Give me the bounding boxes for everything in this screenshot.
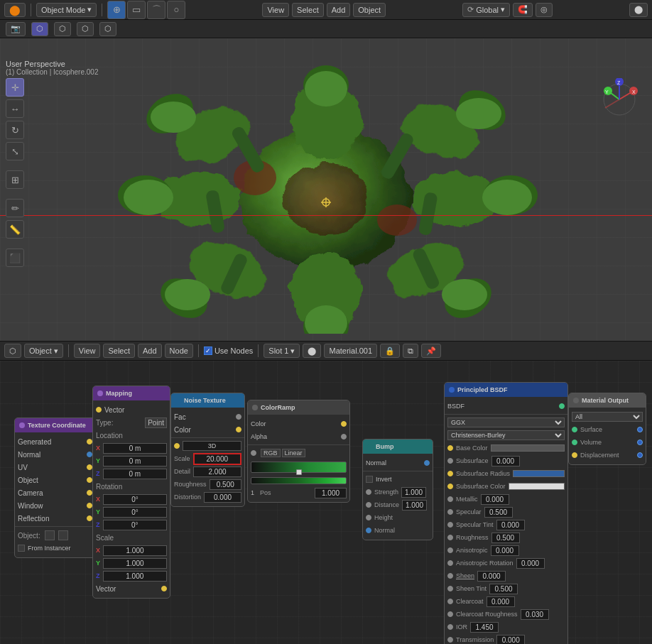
bump-normal-socket-in[interactable] (366, 528, 371, 533)
rot-x-value[interactable]: 0° (103, 494, 167, 505)
pbsdf-subsurface-radius-socket[interactable] (447, 471, 453, 476)
scale-tool[interactable]: ⤡ (6, 142, 24, 160)
material-name[interactable]: Material.001 (324, 344, 377, 358)
proportional-edit[interactable]: ◎ (536, 3, 553, 17)
cube-tool[interactable]: ⬛ (6, 249, 24, 267)
viewport-shading-material[interactable]: ⬡ (77, 22, 94, 36)
pbsdf-sheen-tint-value[interactable]: 0.500 (489, 584, 518, 594)
mode-selector[interactable]: Object Mode ▾ (36, 3, 97, 17)
pbsdf-aniso-rot-socket[interactable] (447, 560, 453, 566)
pbsdf-transmission-value[interactable]: 0.000 (496, 635, 525, 645)
bump-height-socket-in[interactable] (366, 515, 371, 520)
add-menu[interactable]: Add (327, 3, 351, 17)
color-ramp-marker[interactable] (296, 469, 302, 475)
scale-z-value[interactable]: 1.000 (103, 571, 168, 582)
noise-scale-value[interactable]: 20.000 (193, 453, 241, 465)
pbsdf-aniso-value[interactable]: 0.000 (491, 545, 519, 556)
noise-distortion-value[interactable]: 0.000 (204, 492, 241, 503)
cursor-tool-3d[interactable]: ✛ (6, 78, 24, 97)
node-principled-bsdf[interactable]: Principled BSDF BSDF GGX Christensen-Bur… (444, 382, 568, 644)
cr-pos-value[interactable]: 1.000 (315, 488, 347, 498)
cr-linear-btn[interactable]: Linear (282, 449, 305, 457)
transform-tool[interactable]: ⊞ (6, 170, 24, 189)
noise-color-socket[interactable] (236, 427, 241, 432)
pbsdf-sheen-value[interactable]: 0.000 (477, 571, 506, 582)
slot-selector[interactable]: Slot 1 ▾ (263, 344, 300, 358)
use-nodes-checkbox[interactable]: ✓ (204, 346, 212, 355)
lasso-tool[interactable]: ⌒ (147, 1, 165, 19)
pbsdf-base-color-socket[interactable] (447, 445, 453, 451)
node-texture-coordinate[interactable]: Texture Coordinate Generated Normal UV O… (14, 417, 96, 558)
view-menu[interactable]: View (262, 3, 289, 17)
uv-socket[interactable] (87, 464, 92, 470)
bump-distance-socket-in[interactable] (366, 502, 371, 508)
pbsdf-specular-value[interactable]: 0.500 (484, 507, 513, 518)
node-node-menu[interactable]: Node (165, 344, 193, 358)
blender-menu[interactable]: ⬤ (4, 3, 26, 17)
move-tool[interactable]: ↔ (6, 99, 24, 118)
noise-dim-value[interactable]: 3D (183, 441, 241, 451)
pbsdf-sheen-socket[interactable] (447, 573, 453, 579)
node-add-menu[interactable]: Add (138, 344, 162, 358)
viewport-shading[interactable]: ⬤ (629, 3, 648, 17)
viewport-shading-render[interactable]: ⬡ (99, 22, 116, 36)
pbsdf-subsurface-radius-bar[interactable] (513, 470, 565, 477)
cr-fac-socket[interactable] (251, 450, 256, 456)
pbsdf-sheen-tint-socket[interactable] (447, 586, 453, 591)
mapping-vector-in-socket[interactable] (96, 407, 102, 413)
node-material-output[interactable]: Material Output All Surface Volume (568, 393, 646, 465)
noise-vec-socket[interactable] (174, 443, 180, 449)
node-bump[interactable]: Bump Normal Invert Strength 1.000 (362, 439, 433, 540)
mat-out-target[interactable]: All (572, 412, 643, 422)
mat-out-displacement-socket[interactable] (572, 452, 577, 458)
pbsdf-subsurface-color-socket[interactable] (447, 484, 453, 489)
pbsdf-clearcoat-rough-socket[interactable] (447, 611, 453, 617)
noise-detail-value[interactable]: 2.000 (193, 466, 241, 477)
pbsdf-spec-tint-socket[interactable] (447, 522, 453, 528)
circle-tool[interactable]: ○ (167, 1, 185, 19)
noise-roughness-value[interactable]: 0.500 (210, 479, 241, 490)
viewport-shading-solid[interactable]: ⬡ (54, 22, 71, 36)
material-copy[interactable]: ⧉ (403, 344, 418, 358)
from-instancer-checkbox[interactable] (18, 545, 25, 552)
select-menu[interactable]: Select (292, 3, 324, 17)
pbsdf-clearcoat-value[interactable]: 0.000 (487, 596, 515, 607)
pbsdf-roughness-value[interactable]: 0.500 (491, 533, 520, 543)
material-pin[interactable]: 📌 (421, 344, 441, 358)
object-field-input[interactable] (45, 530, 55, 540)
node-view-menu[interactable]: View (74, 344, 101, 358)
viewport-gizmo[interactable]: X Y Z (598, 78, 641, 121)
noise-fac-socket[interactable] (236, 414, 241, 420)
node-noise-texture[interactable]: Noise Texture Fac Color 3D Scale (170, 393, 245, 507)
cr-color-socket[interactable] (341, 421, 347, 427)
pbsdf-spec-tint-value[interactable]: 0.000 (496, 520, 525, 530)
pbsdf-aniso-socket[interactable] (447, 547, 453, 553)
scale-x-value[interactable]: 1.000 (103, 545, 167, 556)
bump-distance-value[interactable]: 1.000 (402, 500, 427, 511)
pbsdf-roughness-socket[interactable] (447, 535, 453, 540)
object-field-picker[interactable] (58, 530, 68, 540)
node-mapping[interactable]: Mapping Vector Type: Point Location X 0 … (92, 386, 170, 599)
mat-out-volume-socket[interactable] (572, 440, 577, 445)
pbsdf-aniso-rot-value[interactable]: 0.000 (516, 558, 545, 569)
object-out-socket[interactable] (87, 477, 92, 483)
window-socket[interactable] (87, 503, 92, 508)
pbsdf-subsurface-color-swatch[interactable] (509, 483, 565, 490)
pbsdf-subsurface-method[interactable]: Christensen-Burley (447, 430, 565, 440)
select-box-tool[interactable]: ▭ (127, 1, 146, 19)
viewport-type[interactable]: 📷 (6, 22, 26, 36)
pbsdf-clearcoat-socket[interactable] (447, 599, 453, 604)
cr-alpha-socket[interactable] (341, 434, 347, 440)
reflection-socket[interactable] (87, 515, 92, 521)
pbsdf-transmission-socket[interactable] (447, 637, 453, 643)
mapping-vector-out-socket[interactable] (161, 586, 167, 591)
camera-socket[interactable] (87, 490, 92, 496)
snap-toggle[interactable]: 🧲 (513, 3, 533, 17)
bump-invert-check[interactable] (366, 476, 373, 483)
normal-socket[interactable] (87, 452, 92, 457)
use-nodes-toggle[interactable]: ✓ Use Nodes (204, 346, 253, 355)
annotate-tool[interactable]: ✏ (6, 199, 24, 217)
rot-z-value[interactable]: 0° (103, 520, 168, 530)
global-selector[interactable]: ⟳ Global ▾ (462, 3, 510, 17)
viewport-shading-mode[interactable]: ⬡ (31, 22, 48, 36)
